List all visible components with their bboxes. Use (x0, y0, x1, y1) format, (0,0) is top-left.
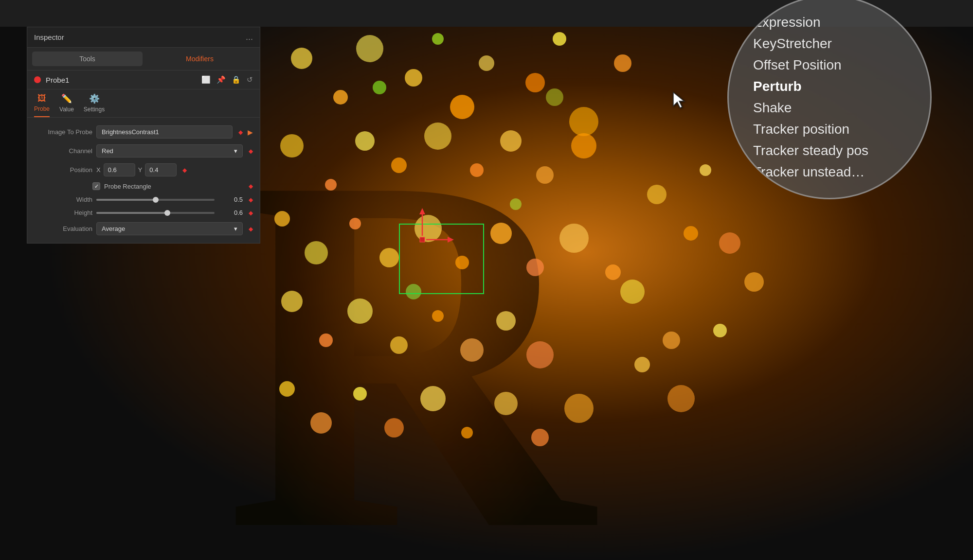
svg-point-12 (614, 54, 631, 72)
height-slider-thumb[interactable] (164, 210, 170, 216)
context-menu-circle: Expression KeyStretcher Offset Position … (727, 0, 932, 199)
channel-diamond[interactable]: ◆ (249, 148, 253, 155)
svg-point-38 (496, 311, 516, 331)
position-label: Position (34, 166, 92, 174)
svg-point-43 (384, 418, 404, 438)
svg-point-14 (325, 179, 337, 191)
svg-marker-67 (448, 237, 454, 243)
evaluation-label: Evaluation (34, 225, 92, 232)
width-value: 0.5 (218, 196, 243, 203)
probe-node-name: Probe1 (46, 76, 197, 84)
image-to-probe-diamond[interactable]: ◆ (238, 129, 243, 136)
position-diamond[interactable]: ◆ (182, 167, 187, 174)
channel-dropdown[interactable]: Red ▾ (96, 144, 243, 158)
position-inputs: X Y (96, 163, 177, 176)
svg-point-45 (461, 427, 473, 438)
svg-point-30 (559, 224, 589, 253)
inspector-header: Inspector ... (27, 27, 260, 48)
width-slider-thumb[interactable] (153, 197, 159, 203)
svg-point-20 (536, 166, 554, 184)
height-slider[interactable] (96, 212, 215, 214)
svg-point-52 (663, 332, 680, 349)
probe-rect-diamond[interactable]: ◆ (249, 183, 253, 190)
svg-point-39 (526, 341, 554, 368)
svg-point-34 (347, 298, 373, 324)
height-label: Height (34, 209, 92, 216)
svg-point-58 (744, 272, 764, 292)
svg-point-21 (571, 133, 596, 158)
channel-label: Channel (34, 147, 92, 155)
pos-x-input[interactable] (104, 163, 135, 176)
probe-lock-icon[interactable]: 🔒 (232, 75, 241, 84)
height-row: Height 0.6 ◆ (27, 206, 260, 219)
tab-tools[interactable]: Tools (32, 52, 143, 66)
svg-point-6 (432, 33, 444, 45)
probe-rect-row: ✓ Probe Rectangle ◆ (27, 179, 260, 193)
probe-reset-icon[interactable]: ↺ (247, 75, 253, 84)
sub-tab-settings[interactable]: ⚙️ Settings (84, 93, 105, 117)
pos-y-label: Y (138, 166, 143, 174)
probe-crosshair (422, 240, 461, 279)
width-slider[interactable] (96, 199, 215, 201)
svg-point-46 (494, 392, 518, 415)
image-to-probe-arrow[interactable]: ▶ (248, 128, 253, 136)
sub-tab-value[interactable]: ✏️ Value (59, 93, 74, 117)
width-label: Width (34, 196, 92, 203)
svg-point-50 (684, 226, 698, 241)
sub-tabs-row: 🖼 Probe ✏️ Value ⚙️ Settings (27, 89, 260, 118)
svg-point-41 (310, 412, 332, 434)
menu-item-keystretcher[interactable]: KeyStretcher (753, 34, 832, 53)
menu-item-tracker-position[interactable]: Tracker position (753, 120, 849, 139)
svg-point-8 (479, 55, 494, 71)
svg-point-9 (525, 73, 545, 92)
svg-point-5 (405, 69, 422, 87)
svg-point-36 (432, 310, 444, 322)
position-row: Position X Y ◆ (27, 160, 260, 179)
menu-item-perturb[interactable]: Perturb (753, 77, 802, 96)
svg-point-10 (553, 32, 566, 46)
tab-modifiers[interactable]: Modifiers (144, 52, 255, 66)
probe-icon-group: ⬜ 📌 🔒 ↺ (201, 75, 253, 84)
menu-item-offset-position[interactable]: Offset Position (753, 55, 842, 75)
height-diamond[interactable]: ◆ (249, 210, 253, 216)
value-tab-label: Value (59, 106, 74, 113)
svg-point-11 (569, 107, 598, 136)
svg-point-17 (424, 122, 451, 150)
width-row: Width 0.5 ◆ (27, 193, 260, 206)
svg-point-48 (564, 394, 594, 423)
pos-y-input[interactable] (145, 163, 177, 176)
probe-rect-checkbox[interactable]: ✓ (92, 182, 100, 190)
image-to-probe-label: Image To Probe (34, 128, 92, 136)
height-slider-fill (96, 212, 167, 214)
svg-point-23 (305, 241, 328, 264)
menu-item-shake[interactable]: Shake (753, 98, 792, 118)
main-tabs: Tools Modifiers (27, 48, 260, 70)
svg-point-18 (470, 163, 484, 177)
channel-value: Red (102, 147, 113, 155)
menu-item-tracker-steady-pos[interactable]: Tracker steady pos (753, 141, 868, 160)
svg-point-51 (620, 280, 645, 304)
svg-point-13 (280, 134, 304, 158)
width-diamond[interactable]: ◆ (249, 196, 253, 203)
evaluation-value: Average (102, 225, 125, 232)
probe-pin-icon[interactable]: 📌 (216, 75, 226, 84)
inspector-menu-dots[interactable]: ... (246, 32, 253, 42)
svg-point-53 (700, 164, 711, 176)
menu-item-tracker-unstead[interactable]: Tracker unstead… (753, 162, 865, 182)
evaluation-dropdown-arrow: ▾ (234, 225, 237, 232)
svg-point-57 (713, 324, 727, 337)
svg-point-49 (647, 185, 667, 204)
image-to-probe-text: BrightnessContrast1 (102, 128, 159, 136)
svg-point-47 (531, 429, 549, 446)
probe-rect-icon[interactable]: ⬜ (201, 75, 211, 84)
svg-point-40 (279, 381, 295, 397)
evaluation-row: Evaluation Average ▾ ◆ (27, 219, 260, 238)
svg-point-4 (356, 35, 383, 62)
probe-tab-icon: 🖼 (37, 93, 46, 104)
evaluation-diamond[interactable]: ◆ (249, 226, 253, 232)
svg-point-62 (546, 88, 563, 106)
svg-point-56 (667, 385, 695, 412)
image-to-probe-value[interactable]: BrightnessContrast1 (96, 125, 233, 139)
sub-tab-probe[interactable]: 🖼 Probe (34, 93, 50, 117)
evaluation-dropdown[interactable]: Average ▾ (96, 222, 243, 235)
